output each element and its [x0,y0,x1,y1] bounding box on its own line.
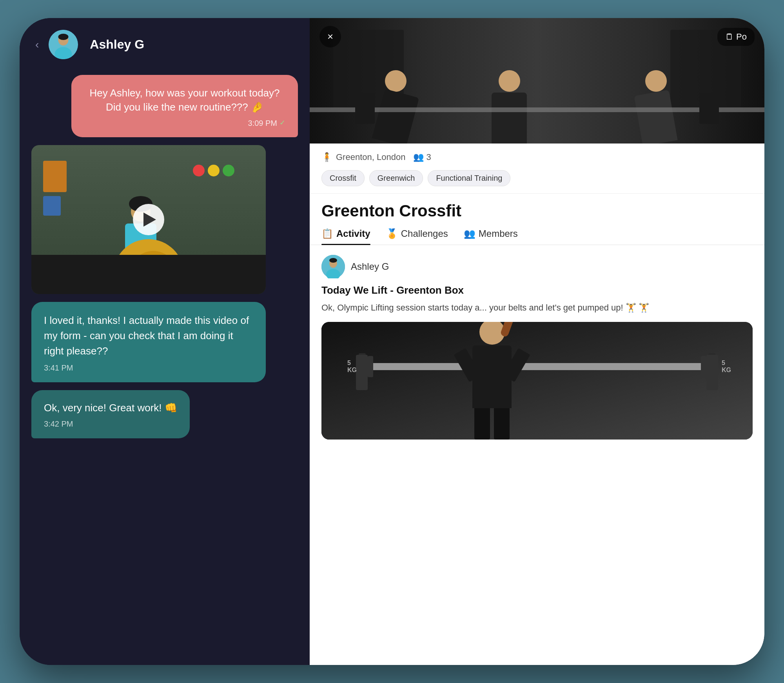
tag-crossfit[interactable]: Crossfit [321,170,365,186]
app-content: 🧍 Greenton, London 👥 3 Crossfit Greenwic… [310,144,764,665]
tab-members[interactable]: 👥 Members [464,228,518,245]
gym-floor [31,255,266,294]
play-button[interactable] [133,204,164,235]
location-row: 🧍 Greenton, London 👥 3 [310,144,764,166]
hero-controls: × 🗒 Po [310,18,764,55]
video-message[interactable] [31,145,266,294]
activity-user-row: Ashley G [321,255,753,278]
equipment-box-1 [43,161,67,192]
barbell [365,363,710,370]
person-1 [378,70,413,144]
visible-plate-right [706,355,718,390]
post-icon: 🗒 [725,32,734,42]
tab-activity[interactable]: 📋 Activity [321,228,370,245]
back-button[interactable]: ‹ [35,38,39,51]
lifter-head [479,322,505,345]
equipment-box-2 [43,196,61,216]
close-button[interactable]: × [319,26,341,47]
plate-text-right: 5KG [722,360,731,374]
plate-text-left: 5KG [347,360,357,374]
lift-bg [321,322,753,440]
members-icon: 👥 [413,152,424,162]
location-icon: 🧍 [321,152,332,162]
lifter [472,322,512,440]
tab-activity-label: Activity [336,228,370,239]
chat-header: ‹ Ashley G [20,18,310,67]
read-receipt: ✓ [279,118,285,128]
person-2 [492,70,527,144]
plate-right-2 [701,356,706,377]
message-text-2: I loved it, thanks! I actually made this… [44,314,249,357]
tab-challenges-label: Challenges [401,228,448,239]
svg-point-3 [58,34,69,40]
svg-point-7 [329,258,337,263]
message-text-3: Ok, very nice! Great work! 👊 [44,402,177,414]
contact-avatar [49,30,78,59]
hero-section: × 🗒 Po [310,18,764,144]
chat-messages[interactable]: Hey Ashley, how was your workout today? … [20,67,310,665]
message-time-1: 3:09 PM ✓ [84,118,285,129]
members-count: 3 [426,152,431,162]
activity-post-title: Today We Lift - Greenton Box [321,284,753,296]
video-thumbnail [31,145,266,294]
challenges-icon: 🏅 [386,228,398,239]
tags-row: Crossfit Greenwich Functional Training [310,166,764,193]
equipment-balls [193,165,234,176]
plate-1 [355,93,375,124]
leg-left [474,408,490,440]
plate-left-2 [368,356,373,377]
device-wrapper: ‹ Ashley G Hey Ashley, how was your work… [20,18,764,665]
tab-members-label: Members [479,228,518,239]
tag-functional-training[interactable]: Functional Training [428,170,510,186]
activity-avatar [321,255,345,278]
tab-challenges[interactable]: 🏅 Challenges [386,228,448,245]
club-title: Greenton Crossfit [310,193,764,224]
post-button[interactable]: 🗒 Po [717,28,755,46]
members-info: 👥 3 [413,152,431,162]
tabs-row: 📋 Activity 🏅 Challenges 👥 Members [310,224,764,245]
lifter-body [472,345,512,408]
message-time-3: 3:42 PM [44,418,177,430]
message-time-2: 3:41 PM [44,362,253,374]
members-tab-icon: 👥 [464,228,475,239]
leg-right [494,408,510,440]
activity-icon: 📋 [321,228,333,239]
location-info: 🧍 Greenton, London [321,152,405,162]
plate-2 [699,93,719,124]
tag-greenwich[interactable]: Greenwich [369,170,423,186]
visible-plate-left [356,355,368,390]
message-received-1: I loved it, thanks! I actually made this… [31,302,266,382]
message-sent-1: Hey Ashley, how was your workout today? … [71,75,298,137]
app-panel: × 🗒 Po 🧍 Greenton, London 👥 3 [310,18,764,665]
lifter-legs [474,408,510,440]
activity-section: Ashley G Today We Lift - Greenton Box Ok… [310,245,764,449]
chat-panel: ‹ Ashley G Hey Ashley, how was your work… [20,18,310,665]
lift-scene: 5KG 5KG [321,322,753,440]
activity-image: 5KG 5KG [321,322,753,440]
message-text-1: Hey Ashley, how was your workout today? … [89,87,279,113]
activity-post-text: Ok, Olympic Lifting session starts today… [321,301,753,314]
contact-name: Ashley G [90,37,144,52]
location-text: Greenton, London [336,152,405,162]
person-3 [638,70,673,144]
message-received-2: Ok, very nice! Great work! 👊 3:42 PM [31,390,190,438]
barbell-bar [310,107,764,112]
activity-username: Ashley G [351,261,389,272]
